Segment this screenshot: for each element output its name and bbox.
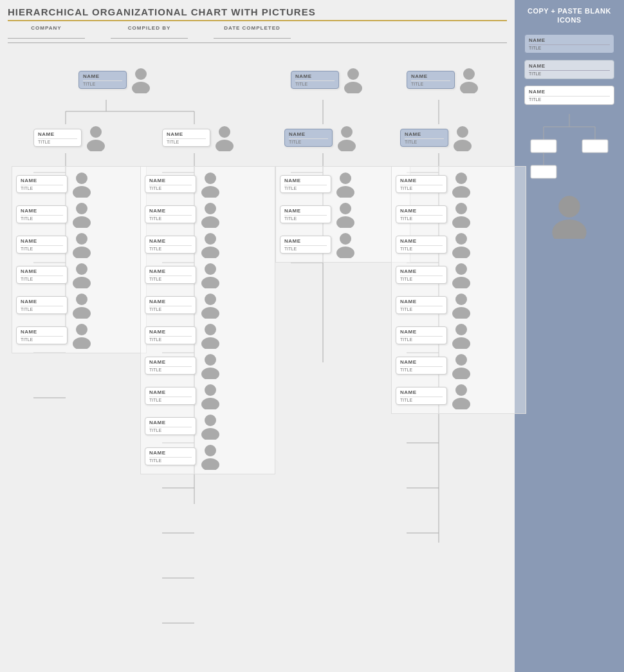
- col3-root-title: TITLE: [295, 80, 335, 86]
- col1a-leaf-container: NAME TITLE NAME TITLE: [12, 166, 147, 353]
- col1a-leaf6-box[interactable]: NAME TITLE: [16, 326, 68, 344]
- col3-root-avatar: [342, 66, 365, 93]
- svg-point-60: [73, 216, 91, 228]
- col1b-sub-title: TITLE: [167, 138, 206, 144]
- svg-point-87: [205, 445, 216, 456]
- page-title: HIERARCHICAL ORGANIZATIONAL CHART WITH P…: [8, 6, 507, 21]
- right-panel: COPY + PASTE BLANK ICONS NAME TITLE NAME…: [515, 0, 624, 672]
- col1a-sub-box[interactable]: NAME TITLE: [33, 129, 82, 147]
- col4-leaf1: NAME TITLE: [396, 171, 522, 198]
- col1b-leaf-container: NAME TITLE NAME TITLE: [140, 166, 275, 474]
- col4-leaf7: NAME TITLE: [396, 352, 522, 379]
- svg-point-44: [132, 82, 150, 93]
- date-field: DATE COMPLETED: [214, 25, 291, 39]
- col1-root-node: NAME TITLE: [78, 66, 152, 93]
- svg-point-81: [205, 354, 216, 366]
- col1b-leaf4: NAME TITLE: [145, 261, 271, 288]
- date-value[interactable]: [214, 31, 291, 39]
- col3-root-node: NAME TITLE: [291, 66, 365, 93]
- col4-leaf4: NAME TITLE: [396, 261, 522, 288]
- col1b-leaf1-avatar: [199, 171, 222, 198]
- svg-point-108: [452, 368, 470, 379]
- panel-item1-name: NAME: [529, 37, 610, 43]
- svg-point-47: [463, 68, 475, 80]
- svg-point-74: [201, 247, 219, 258]
- svg-point-48: [460, 82, 478, 93]
- col1a-leaf3-box[interactable]: NAME TITLE: [16, 236, 68, 254]
- svg-point-110: [452, 398, 470, 409]
- svg-point-84: [201, 398, 219, 409]
- col1b-sub-avatar: [213, 124, 236, 151]
- col3-root-box[interactable]: NAME TITLE: [291, 71, 339, 89]
- compiled-by-field: COMPILED BY: [111, 25, 188, 39]
- col4-sub-node: NAME TITLE: [400, 124, 474, 151]
- col4-root-title: TITLE: [411, 80, 450, 86]
- col4-leaf5: NAME TITLE: [396, 292, 522, 319]
- svg-point-62: [73, 247, 91, 258]
- svg-point-73: [205, 233, 216, 245]
- panel-item2-title: TITLE: [529, 70, 610, 76]
- col1a-leaf4-box[interactable]: NAME TITLE: [16, 266, 68, 284]
- col1b-leaf9: NAME TITLE: [145, 413, 271, 440]
- svg-point-109: [455, 384, 467, 396]
- svg-point-79: [205, 324, 216, 335]
- svg-point-95: [455, 173, 467, 184]
- svg-point-86: [201, 428, 219, 440]
- svg-point-80: [201, 337, 219, 349]
- col4-leaf2: NAME TITLE: [396, 201, 522, 228]
- svg-point-68: [73, 337, 91, 349]
- col4-root-avatar: [457, 66, 481, 93]
- col4-root-name: NAME: [411, 73, 450, 79]
- col4-root-box[interactable]: NAME TITLE: [407, 71, 455, 89]
- col1a-sub-node: NAME TITLE: [33, 124, 107, 151]
- svg-point-89: [340, 173, 351, 184]
- col3-sub-title: TITLE: [289, 138, 328, 144]
- svg-point-65: [76, 294, 87, 305]
- svg-point-71: [205, 203, 216, 214]
- svg-point-97: [455, 203, 467, 214]
- col3-sub-box[interactable]: NAME TITLE: [284, 129, 333, 147]
- svg-point-69: [205, 173, 216, 184]
- col1b-leaf8: NAME TITLE: [145, 382, 271, 409]
- col1b-leaf1: NAME TITLE: [145, 171, 271, 198]
- svg-point-55: [457, 126, 468, 138]
- svg-rect-118: [531, 165, 556, 178]
- svg-point-91: [340, 203, 351, 214]
- svg-point-93: [340, 233, 351, 245]
- svg-point-76: [201, 277, 219, 288]
- header-fields: COMPANY COMPILED BY DATE COMPLETED: [8, 25, 507, 43]
- panel-item3-name: NAME: [529, 89, 610, 95]
- col1a-leaf1-avatar: [70, 171, 93, 198]
- col1a-leaf2-box[interactable]: NAME TITLE: [16, 205, 68, 223]
- svg-point-46: [344, 82, 362, 93]
- panel-item3-title: TITLE: [529, 96, 610, 102]
- svg-rect-115: [531, 140, 556, 153]
- col1b-leaf3: NAME TITLE: [145, 231, 271, 258]
- compiled-by-value[interactable]: [111, 31, 188, 39]
- col4-leaf8: NAME TITLE: [396, 382, 522, 409]
- col4-sub-avatar: [451, 124, 474, 151]
- svg-point-96: [452, 186, 470, 198]
- col1b-leaf1-box[interactable]: NAME TITLE: [145, 175, 196, 193]
- svg-point-63: [76, 263, 87, 275]
- svg-point-70: [201, 186, 219, 198]
- svg-point-51: [219, 126, 230, 138]
- svg-point-83: [205, 384, 216, 396]
- col1a-leaf5-box[interactable]: NAME TITLE: [16, 296, 68, 314]
- svg-point-90: [336, 186, 354, 198]
- col3-sub-name: NAME: [289, 131, 328, 137]
- org-chart: NAME TITLE NAME TITLE: [8, 53, 503, 672]
- col3-leaf-container: NAME TITLE NAME TITLE: [275, 166, 410, 263]
- svg-point-57: [76, 173, 87, 184]
- col1a-leaf1-box[interactable]: NAME TITLE: [16, 175, 68, 193]
- panel-item-2: NAME TITLE: [524, 60, 614, 79]
- company-value[interactable]: [8, 31, 85, 39]
- col1b-sub-box[interactable]: NAME TITLE: [162, 129, 210, 147]
- col1b-sub-name: NAME: [167, 131, 206, 137]
- col1-root-box[interactable]: NAME TITLE: [78, 71, 127, 89]
- col1a-leaf5: NAME TITLE: [16, 292, 142, 319]
- panel-item1-title: TITLE: [529, 44, 610, 50]
- panel-person-avatar: [550, 194, 589, 239]
- col4-sub-box[interactable]: NAME TITLE: [400, 129, 448, 147]
- compiled-by-label: COMPILED BY: [128, 25, 171, 31]
